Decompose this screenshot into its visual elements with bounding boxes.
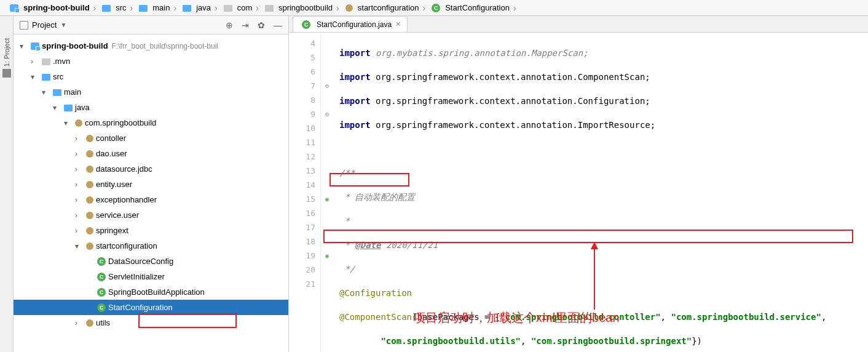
breadcrumb-item-6[interactable]: startconfiguration — [341, 3, 422, 12]
line-number: 4 — [289, 36, 315, 50]
expand-toggle[interactable]: ▾ — [53, 103, 61, 112]
tree-row-main[interactable]: ▾main — [14, 84, 288, 100]
expand-toggle[interactable]: › — [75, 211, 84, 220]
expand-toggle[interactable]: ▾ — [75, 242, 84, 250]
chevron-right-icon: › — [423, 3, 426, 13]
project-tree[interactable]: ▾spring-boot-buildF:\frr_boot_build\spri… — [14, 34, 288, 352]
editor-panel: C StartConfiguration.java ✕ 456789101112… — [289, 16, 868, 352]
tree-row-startconfiguration[interactable]: CStartConfiguration — [14, 300, 288, 315]
line-number: 12 — [289, 150, 315, 164]
tree-label: main — [64, 87, 81, 97]
line-number: 21 — [289, 277, 315, 291]
tree-row-contoller[interactable]: ›contoller — [14, 130, 288, 146]
line-number: 5 — [289, 50, 315, 65]
tree-row-dao-user[interactable]: ›dao.user — [14, 146, 288, 161]
line-number: 20 — [289, 263, 315, 277]
tree-row-spring-boot-build[interactable]: ▾spring-boot-buildF:\frr_boot_build\spri… — [14, 38, 288, 54]
expand-toggle[interactable]: › — [75, 150, 84, 158]
breadcrumb-item-3[interactable]: java — [178, 3, 213, 12]
tree-row-service-user[interactable]: ›service.user — [14, 207, 288, 223]
tree-row-exceptionhandler[interactable]: ›exceptionhandler — [14, 192, 288, 207]
tree-label: src — [53, 72, 63, 81]
tree-row--mvn[interactable]: ›.mvn — [14, 54, 288, 69]
folder-icon — [42, 74, 50, 81]
folder-icon — [183, 5, 191, 12]
editor-tabs: C StartConfiguration.java ✕ — [289, 16, 868, 33]
breadcrumb-item-4[interactable]: com — [219, 3, 255, 12]
line-number: 14 — [289, 178, 315, 192]
gutter-icons: ⊖ ⊖ ◉ ◉ — [321, 33, 333, 352]
package-icon — [86, 227, 93, 234]
tree-row-entity-user[interactable]: ›entity.user — [14, 177, 288, 192]
tree-row-datasourceconfig[interactable]: CDataSourceConfig — [14, 254, 288, 269]
project-title[interactable]: Project ▼ — [20, 20, 226, 30]
locate-icon[interactable]: ⊕ — [226, 20, 233, 30]
project-view-icon — [20, 21, 28, 30]
package-icon — [86, 135, 93, 142]
collapse-icon[interactable]: ⇥ — [242, 20, 249, 30]
bean-marker-icon[interactable]: ◉ — [321, 249, 333, 263]
expand-toggle[interactable]: › — [75, 180, 84, 189]
expand-toggle[interactable]: › — [75, 226, 84, 235]
class-icon: C — [97, 273, 106, 281]
close-icon[interactable]: ✕ — [395, 20, 401, 28]
expand-toggle[interactable]: ▾ — [31, 73, 39, 81]
expand-toggle[interactable]: › — [75, 196, 84, 204]
arrow-icon — [585, 242, 604, 316]
expand-toggle[interactable]: ▾ — [42, 88, 50, 97]
tree-label: utils — [96, 318, 110, 327]
package-icon — [86, 150, 93, 158]
line-number: 10 — [289, 121, 315, 135]
project-panel: Project ▼ ⊕ ⇥ ✿ — ▾spring-boot-buildF:\f… — [14, 16, 289, 352]
chevron-right-icon: › — [513, 3, 516, 13]
tree-row-startconfiguration[interactable]: ▾startconfiguration — [14, 238, 288, 254]
tree-label: startconfiguration — [96, 241, 157, 250]
line-number: 11 — [289, 135, 315, 150]
editor-tab-startconfiguration[interactable]: C StartConfiguration.java ✕ — [293, 16, 408, 32]
line-number: 9 — [289, 107, 315, 121]
breadcrumb-item-0[interactable]: spring-boot-build — [5, 3, 92, 12]
class-icon: C — [302, 20, 310, 29]
tree-row-datasource-jdbc[interactable]: ›datasource.jdbc — [14, 161, 288, 177]
line-number: 6 — [289, 65, 315, 79]
project-tool-tab[interactable]: 1: Project — [2, 34, 11, 78]
bean-marker-icon[interactable]: ◉ — [321, 192, 333, 206]
tree-row-servletinitializer[interactable]: CServletInitializer — [14, 269, 288, 284]
tree-row-java[interactable]: ▾java — [14, 100, 288, 115]
breadcrumb-item-2[interactable]: main — [134, 3, 172, 12]
expand-toggle[interactable]: ▾ — [20, 42, 28, 50]
settings-icon[interactable]: ✿ — [258, 20, 265, 30]
tree-label: datasource.jdbc — [96, 164, 152, 174]
folder-icon — [265, 5, 274, 12]
expand-toggle[interactable]: ▾ — [64, 119, 73, 127]
tree-row-src[interactable]: ▾src — [14, 69, 288, 84]
folder-icon — [64, 105, 73, 111]
expand-toggle[interactable]: › — [75, 319, 84, 327]
expand-toggle[interactable]: › — [75, 165, 84, 174]
folder-icon — [53, 89, 61, 96]
svg-marker-1 — [591, 242, 598, 249]
breadcrumb-item-1[interactable]: src — [97, 3, 128, 12]
tree-row-com-springbootbuild[interactable]: ▾com.springbootbuild — [14, 115, 288, 130]
tree-row-springext[interactable]: ›springext — [14, 223, 288, 238]
folder-icon — [139, 5, 148, 12]
hide-icon[interactable]: — — [274, 20, 282, 30]
package-icon — [345, 4, 353, 12]
line-gutter: 456789101112131415161718192021 — [289, 33, 321, 352]
tree-label: dao.user — [96, 149, 127, 158]
breadcrumb-item-5[interactable]: springbootbuild — [260, 3, 335, 12]
class-icon: C — [432, 4, 440, 12]
line-number: 17 — [289, 220, 315, 234]
tree-label: java — [75, 103, 90, 112]
tree-row-springbootbuildapplication[interactable]: CSpringBootBuildApplication — [14, 284, 288, 300]
expand-toggle[interactable]: › — [75, 134, 84, 143]
tree-label: service.user — [96, 210, 139, 220]
breadcrumb: spring-boot-build› src› main› java› com›… — [0, 0, 868, 16]
breadcrumb-item-7[interactable]: CStartConfiguration — [427, 3, 512, 12]
code-editor[interactable]: 456789101112131415161718192021 ⊖ ⊖ ◉ ◉ i… — [289, 33, 868, 352]
code-content[interactable]: import org.mybatis.spring.annotation.Map… — [333, 33, 868, 352]
tree-row-utils[interactable]: ›utils — [14, 315, 288, 330]
expand-toggle[interactable]: › — [31, 57, 39, 66]
tree-label: ServletInitializer — [108, 272, 165, 281]
tree-label: .mvn — [53, 57, 70, 66]
